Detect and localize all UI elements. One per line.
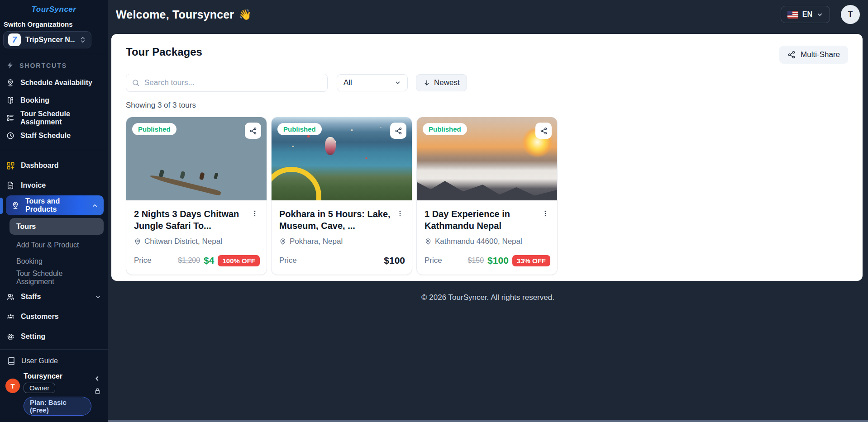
tour-location: Kathmandu 44600, Nepal xyxy=(435,237,522,246)
card-menu-button[interactable] xyxy=(395,208,405,219)
sidebar-subitem-add-tour-product[interactable]: Add Tour & Product xyxy=(10,237,104,252)
sidebar: TourSyncer Switch Organizations 7 TripSy… xyxy=(0,0,108,422)
sidebar-bottom-section: User Guide T Toursyncer Owner Plan: Basi… xyxy=(0,349,108,422)
language-selector[interactable]: EN xyxy=(781,6,830,23)
search-icon xyxy=(132,79,140,87)
users-icon xyxy=(6,293,15,301)
organization-logo-icon: 7 xyxy=(8,33,21,46)
sidebar-item-booking-shortcut[interactable]: Booking xyxy=(0,91,108,109)
card-menu-button[interactable] xyxy=(250,208,260,219)
share-tour-button[interactable] xyxy=(245,123,261,139)
lightning-icon xyxy=(6,62,14,69)
tour-card[interactable]: Published 1 Day Experience in Kathmandu … xyxy=(416,117,558,275)
location-pin-icon xyxy=(424,238,432,245)
paraglider-shape xyxy=(325,137,336,155)
status-badge: Published xyxy=(132,123,176,135)
book-icon xyxy=(7,357,15,365)
lock-icon xyxy=(94,388,101,394)
discount-badge: 33% OFF xyxy=(512,255,550,266)
status-badge: Published xyxy=(423,123,467,135)
chevron-down-icon xyxy=(395,80,401,86)
original-price: $1,200 xyxy=(178,256,200,265)
wave-emoji: 👋 xyxy=(238,9,252,21)
tour-title: 2 Nights 3 Days Chitwan Jungle Safari To… xyxy=(134,208,246,232)
divider xyxy=(0,54,108,54)
card-image: Published xyxy=(272,117,412,200)
book-check-icon xyxy=(6,96,14,104)
organization-name: TripSyncer N... xyxy=(25,36,75,44)
role-badge: Owner xyxy=(24,383,55,393)
sidebar-item-schedule-availability[interactable]: Schedule Availability xyxy=(0,74,108,91)
tour-card-grid: Published 2 Nights 3 Days Chitwan Jungle… xyxy=(126,117,848,275)
topbar: Welcome, Toursyncer 👋 EN T xyxy=(108,0,868,29)
copyright-text: © 2026 TourSyncer. All rights reserved. xyxy=(108,293,868,302)
sidebar-item-tours-and-products[interactable]: Tours and Products xyxy=(6,195,104,215)
share-tour-button[interactable] xyxy=(535,123,552,139)
map-pin-icon xyxy=(11,201,19,209)
category-filter-select[interactable]: All xyxy=(337,74,408,91)
tour-card[interactable]: Published 2 Nights 3 Days Chitwan Jungle… xyxy=(126,117,267,275)
sidebar-subitem-tour-schedule-assignment[interactable]: Tour Schedule Assignment xyxy=(10,270,104,285)
checklist-icon xyxy=(6,114,14,122)
shortcuts-header: SHORTCUTS xyxy=(0,58,108,74)
users-group-icon xyxy=(6,313,15,321)
switch-organizations-label: Switch Organizations xyxy=(0,17,108,31)
share-icon xyxy=(787,51,796,59)
card-image: Published xyxy=(126,117,267,200)
plan-badge: Plan: Basic (Free) xyxy=(24,397,91,416)
user-guide-link[interactable]: User Guide xyxy=(5,354,103,370)
discount-badge: 100% OFF xyxy=(218,255,260,266)
share-tour-button[interactable] xyxy=(390,123,406,139)
gear-icon xyxy=(6,332,15,341)
active-nav-indicator xyxy=(0,198,3,214)
tour-card[interactable]: Published Pokhara in 5 Hours: Lake, Muse… xyxy=(271,117,412,275)
page-title: Tour Packages xyxy=(126,46,202,58)
tour-title: 1 Day Experience in Kathmandu Nepal xyxy=(424,208,537,232)
tour-title: Pokhara in 5 Hours: Lake, Museum, Cave, … xyxy=(279,208,391,232)
multi-share-button[interactable]: Multi-Share xyxy=(779,46,848,64)
tour-location: Chitwan District, Nepal xyxy=(144,237,222,246)
card-image: Published xyxy=(417,117,557,200)
profile-name: Toursyncer xyxy=(24,371,91,380)
original-price: $150 xyxy=(468,256,484,265)
collapse-sidebar-button[interactable] xyxy=(94,375,101,382)
welcome-title: Welcome, Toursyncer xyxy=(116,8,234,21)
current-price: $100 xyxy=(384,255,405,266)
sidebar-item-staff-schedule[interactable]: Staff Schedule xyxy=(0,127,108,144)
price-label: Price xyxy=(424,256,442,265)
us-flag-icon xyxy=(787,11,798,19)
sidebar-item-customers[interactable]: Customers xyxy=(0,307,108,327)
canoe-shape xyxy=(149,173,221,196)
location-pin-icon xyxy=(279,238,286,245)
unfold-chevrons-icon xyxy=(79,36,86,43)
current-price: $100 xyxy=(487,255,509,266)
user-avatar[interactable]: T xyxy=(841,5,860,24)
arrow-down-icon xyxy=(423,79,430,86)
sidebar-item-invoice[interactable]: Invoice xyxy=(0,175,108,195)
results-summary: Showing 3 of 3 tours xyxy=(126,101,848,110)
sidebar-item-tour-schedule-assignment-shortcut[interactable]: Tour Schedule Assignment xyxy=(0,109,108,127)
sidebar-item-dashboard[interactable]: Dashboard xyxy=(0,156,108,175)
sort-newest-button[interactable]: Newest xyxy=(416,74,467,91)
card-menu-button[interactable] xyxy=(540,208,550,219)
tours-subnav: Tours Add Tour & Product Booking Tour Sc… xyxy=(10,218,104,285)
search-box xyxy=(126,74,328,92)
horizontal-scrollbar[interactable] xyxy=(108,420,868,422)
profile-avatar: T xyxy=(5,379,20,393)
sidebar-subitem-booking[interactable]: Booking xyxy=(10,254,104,269)
chevron-down-icon xyxy=(816,11,823,18)
dashboard-grid-icon xyxy=(6,161,15,170)
status-badge: Published xyxy=(277,123,322,135)
sidebar-subitem-tours[interactable]: Tours xyxy=(10,218,104,235)
app-logo: TourSyncer xyxy=(0,0,108,17)
location-pin-icon xyxy=(134,238,141,245)
sidebar-item-setting[interactable]: Setting xyxy=(0,327,108,346)
profile-card: T Toursyncer Owner Plan: Basic (Free) xyxy=(5,371,103,416)
chevron-up-icon xyxy=(91,202,98,209)
map-pin-icon xyxy=(6,79,14,87)
tour-location: Pokhara, Nepal xyxy=(290,237,343,246)
sidebar-item-staffs[interactable]: Staffs xyxy=(0,287,108,307)
organization-selector[interactable]: 7 TripSyncer N... xyxy=(3,31,91,48)
search-input[interactable] xyxy=(144,78,322,87)
language-code: EN xyxy=(802,10,812,19)
